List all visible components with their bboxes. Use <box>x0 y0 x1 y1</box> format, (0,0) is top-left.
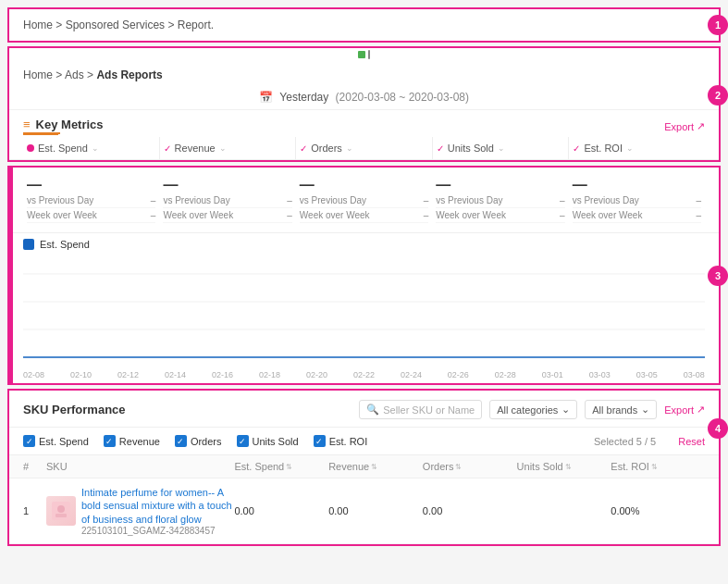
th-units[interactable]: Units Sold ⇅ <box>517 461 611 472</box>
scroll-indicator <box>9 48 719 61</box>
roi-comp2: Week over Week – <box>573 208 701 223</box>
spend-comp2: Week over Week – <box>27 208 155 223</box>
revenue-check: ✓ <box>164 143 171 154</box>
sku-export-button[interactable]: Export ↗ <box>664 404 705 416</box>
brands-dropdown[interactable]: All brands ⌄ <box>585 400 657 419</box>
th-sku: SKU <box>46 461 234 472</box>
orders-check: ✓ <box>300 143 307 154</box>
product-name[interactable]: Intimate perfume for women-- A bold sens… <box>81 486 234 526</box>
th-orders[interactable]: Orders ⇅ <box>423 461 517 472</box>
cb-orders[interactable]: ✓ Orders <box>175 435 222 447</box>
sku-export-icon: ↗ <box>697 404 705 416</box>
cb-roi-box: ✓ <box>314 435 326 447</box>
th-units-sort: ⇅ <box>565 463 572 471</box>
layers-icon: ≡ <box>23 118 31 131</box>
product-details: Intimate perfume for women-- A bold sens… <box>81 486 234 536</box>
unit-comp2-val: – <box>560 210 565 220</box>
metric-col-orders: ✓ Orders ⌄ <box>296 137 433 159</box>
units-value: — <box>436 177 564 193</box>
svg-rect-6 <box>56 514 67 517</box>
cb-roi-label: Est. ROI <box>329 436 368 447</box>
revenue-label: Revenue <box>175 143 216 154</box>
row-orders: 0.00 <box>423 505 517 516</box>
rev-comp1-label: vs Previous Day <box>163 195 229 205</box>
th-hash: # <box>23 461 46 472</box>
spend-comp2-label: Week over Week <box>27 210 97 220</box>
th-units-label: Units Sold <box>517 461 563 472</box>
axis-date-7: 02-22 <box>353 370 375 379</box>
val-col-orders: — vs Previous Day – Week over Week – <box>296 173 432 227</box>
badge-1: 1 <box>708 15 728 35</box>
section2-container: 2 Home > Ads > Ads Reports 📅 Yesterday (… <box>7 46 721 162</box>
metrics-header: ≡ Key Metrics Export ↗ <box>9 110 719 137</box>
cb-orders-box: ✓ <box>175 435 187 447</box>
th-orders-sort: ⇅ <box>455 463 462 471</box>
rev-comp2-val: – <box>287 210 292 220</box>
unit-comp2: Week over Week – <box>436 208 564 223</box>
th-spend[interactable]: Est. Spend ⇅ <box>234 461 328 472</box>
th-revenue[interactable]: Revenue ⇅ <box>328 461 423 472</box>
th-roi-sort: ⇅ <box>651 463 658 471</box>
categories-dropdown[interactable]: All categories ⌄ <box>489 400 577 419</box>
axis-date-4: 02-16 <box>212 370 233 379</box>
sku-export-label: Export <box>664 404 694 416</box>
cb-revenue-box: ✓ <box>104 435 116 447</box>
scroll-dot <box>358 51 365 58</box>
cb-units[interactable]: ✓ Units Sold <box>237 435 299 447</box>
metric-col-header-orders: ✓ Orders ⌄ <box>300 143 428 154</box>
axis-date-2: 02-12 <box>117 370 139 379</box>
cb-roi[interactable]: ✓ Est. ROI <box>314 435 368 447</box>
search-box[interactable]: 🔍 Seller SKU or Name <box>359 400 482 419</box>
spend-comp1-val: – <box>151 195 156 205</box>
reset-button[interactable]: Reset <box>678 436 705 447</box>
ord-comp1-label: vs Previous Day <box>300 195 366 205</box>
metric-col-header-units: ✓ Units Sold ⌄ <box>437 143 565 154</box>
breadcrumb-top: Home > Sponsored Services > Report. <box>23 19 705 31</box>
search-placeholder: Seller SKU or Name <box>383 404 475 416</box>
axis-date-8: 02-24 <box>401 370 422 379</box>
legend-label: Est. Spend <box>40 239 90 250</box>
chart-area <box>23 255 705 367</box>
roi-comp2-val: – <box>696 210 701 220</box>
cb-revenue[interactable]: ✓ Revenue <box>104 435 160 447</box>
date-bar: 📅 Yesterday (2020-03-08 ~ 2020-03-08) <box>9 85 719 110</box>
roi-value: — <box>573 177 701 193</box>
ord-comp2: Week over Week – <box>300 208 428 223</box>
row-spend: 0.00 <box>234 505 328 516</box>
th-revenue-sort: ⇅ <box>371 463 377 471</box>
spend-dot <box>27 144 34 152</box>
breadcrumb-sep2: > <box>87 68 96 81</box>
cb-revenue-label: Revenue <box>119 436 160 447</box>
cb-units-label: Units Sold <box>253 436 299 447</box>
spend-value: — <box>27 177 155 193</box>
axis-date-3: 02-14 <box>165 370 186 379</box>
row-sku-info: Intimate perfume for women-- A bold sens… <box>46 486 234 536</box>
export-icon: ↗ <box>697 120 705 132</box>
orders-arr: ⌄ <box>346 143 353 153</box>
sku-header: SKU Performance 🔍 Seller SKU or Name All… <box>9 391 719 428</box>
legend-box <box>23 239 34 250</box>
metric-col-header-roi: ✓ Est. ROI ⌄ <box>573 143 701 154</box>
units-arr: ⌄ <box>498 143 505 153</box>
sku-controls: 🔍 Seller SKU or Name All categories ⌄ Al… <box>359 400 705 419</box>
cb-spend[interactable]: ✓ Est. Spend <box>23 435 89 447</box>
breadcrumb-sub: Home > Ads > Ads Reports <box>9 61 719 85</box>
ord-comp2-val: – <box>424 210 429 220</box>
axis-date-5: 02-18 <box>259 370 280 379</box>
metric-col-revenue: ✓ Revenue ⌄ <box>160 137 297 159</box>
cb-units-box: ✓ <box>237 435 249 447</box>
metric-col-spend: Est. Spend ⌄ <box>23 137 160 159</box>
search-icon: 🔍 <box>366 404 379 416</box>
roi-comp2-label: Week over Week <box>573 210 643 220</box>
th-roi[interactable]: Est. ROI ⇅ <box>611 461 705 472</box>
unit-comp1-label: vs Previous Day <box>436 195 502 205</box>
rev-comp1: vs Previous Day – <box>163 193 291 208</box>
svg-point-5 <box>57 505 65 513</box>
rev-comp2-label: Week over Week <box>163 210 233 220</box>
axis-date-11: 03-01 <box>542 370 563 379</box>
breadcrumb-home: Home <box>23 68 53 81</box>
row-num: 1 <box>23 505 46 516</box>
orders-label: Orders <box>311 143 342 154</box>
export-button[interactable]: Export ↗ <box>664 120 705 132</box>
metric-columns: Est. Spend ⌄ ✓ Revenue ⌄ ✓ Orders ⌄ ✓ Un… <box>9 137 719 160</box>
